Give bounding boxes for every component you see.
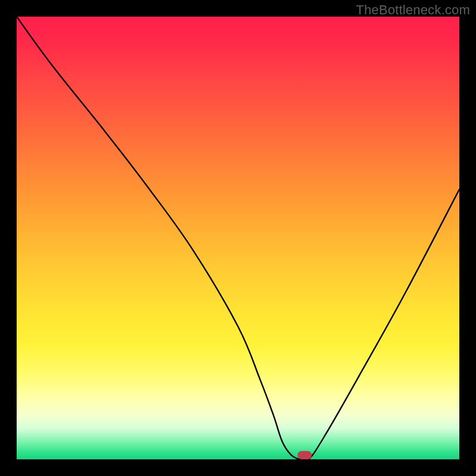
plot-area: [17, 17, 459, 459]
chart-frame: TheBottleneck.com: [0, 0, 476, 476]
bottleneck-marker: [298, 451, 312, 459]
bottleneck-curve: [17, 17, 459, 459]
watermark-text: TheBottleneck.com: [356, 2, 470, 18]
